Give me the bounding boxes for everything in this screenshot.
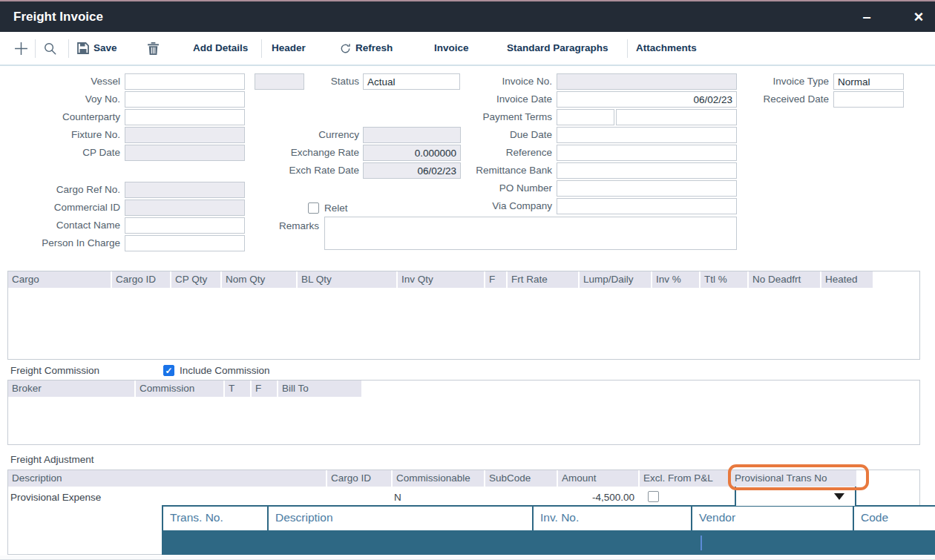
via-company-label: Via Company (466, 198, 552, 214)
voy-no-field[interactable] (125, 91, 245, 108)
search-icon[interactable] (43, 32, 57, 65)
toolbar: Save Add Details Header Refresh Invoice … (0, 32, 935, 66)
column-header: No Deadfrt (749, 271, 821, 288)
reference-field[interactable] (557, 145, 737, 161)
status-label: Status (245, 73, 359, 90)
remittance-bank-field[interactable] (557, 162, 737, 179)
new-icon[interactable] (14, 32, 28, 65)
column-header: F (485, 271, 508, 288)
currency-label: Currency (245, 127, 359, 143)
invoice-type-field[interactable] (833, 73, 904, 90)
column-header: Bill To (278, 381, 363, 397)
column-header: Lump/Daily (580, 271, 652, 288)
cargo-ref-no-label: Cargo Ref No. (0, 182, 120, 198)
relet-checkbox[interactable] (308, 202, 319, 214)
received-date-field[interactable] (833, 91, 904, 108)
refresh-icon[interactable] (340, 32, 351, 65)
due-date-field[interactable] (557, 127, 737, 143)
popup-column-header: Trans. No. (162, 505, 269, 532)
provisional-trans-no-dropdown[interactable] (735, 487, 856, 506)
freight-commission-label: Freight Commission (10, 364, 99, 378)
column-header: CP Qty (171, 271, 222, 288)
column-header: Description (8, 470, 327, 487)
popup-selected-row[interactable] (162, 531, 935, 555)
titlebar: Freight Invoice – × (0, 0, 935, 32)
toolbar-separator (627, 39, 628, 58)
exch-rate-date-label: Exch Rate Date (245, 162, 359, 179)
commercial-id-field[interactable] (125, 200, 245, 216)
cargo-ref-no-field[interactable] (125, 182, 245, 198)
freight-invoice-window: Freight Invoice – × Save Add Details Hea… (0, 0, 935, 560)
counterparty-field[interactable] (125, 109, 245, 125)
invoice-button[interactable]: Invoice (434, 32, 469, 65)
person-in-charge-field[interactable] (125, 235, 245, 251)
relet-label: Relet (324, 200, 348, 217)
bottom-strip (0, 556, 935, 560)
exchange-rate-label: Exchange Rate (245, 145, 359, 161)
contact-name-label: Contact Name (0, 217, 120, 234)
exch-rate-date-field[interactable] (363, 162, 461, 179)
column-header: Cargo (8, 271, 112, 288)
via-company-field[interactable] (557, 198, 737, 214)
po-number-field[interactable] (557, 180, 737, 197)
invoice-no-label: Invoice No. (466, 73, 552, 90)
adjustment-table-header: Description Cargo ID Commissionable SubC… (8, 470, 858, 487)
adjustment-row-description[interactable]: Provisional Expense (10, 490, 101, 506)
adjustment-row-amount[interactable]: -4,500.00 (557, 490, 634, 506)
refresh-button[interactable]: Refresh (355, 32, 393, 65)
cp-date-field[interactable] (125, 145, 245, 161)
column-header: Inv % (652, 271, 701, 288)
column-header: Commissionable (393, 470, 485, 487)
column-header: Excl. From P&L (640, 470, 731, 487)
close-button[interactable]: × (902, 1, 935, 32)
contact-name-field[interactable] (125, 217, 245, 234)
window-title: Freight Invoice (13, 1, 103, 32)
cargo-table: Cargo Cargo ID CP Qty Nom Qty BL Qty Inv… (7, 271, 920, 360)
column-header: Ttl % (701, 271, 749, 288)
header-button[interactable]: Header (272, 32, 306, 65)
save-icon[interactable] (77, 32, 89, 65)
voy-no-label: Voy No. (0, 91, 120, 108)
excl-from-pl-checkbox[interactable] (648, 491, 659, 502)
fixture-no-label: Fixture No. (0, 127, 120, 143)
person-in-charge-label: Person In Charge (0, 235, 120, 251)
commission-table-header: Broker Commission T F Bill To (8, 381, 363, 397)
popup-column-header: Vendor (691, 505, 854, 532)
minimize-button[interactable]: – (850, 1, 883, 32)
adjustment-row-commissionable[interactable]: N (394, 490, 401, 506)
column-header: Cargo ID (112, 271, 171, 288)
column-header: Amount (558, 470, 640, 487)
popup-column-header: Description (267, 505, 534, 532)
column-header: Commission (136, 381, 225, 397)
standard-paragraphs-button[interactable]: Standard Paragraphs (507, 32, 608, 65)
column-header: SubCode (485, 470, 558, 487)
payment-terms-code-field[interactable] (557, 109, 614, 125)
invoice-no-field[interactable] (557, 73, 737, 90)
invoice-date-label: Invoice Date (466, 91, 552, 108)
invoice-date-field[interactable] (557, 91, 737, 108)
include-commission-checkbox[interactable] (163, 365, 174, 376)
payment-terms-desc-field[interactable] (616, 109, 737, 125)
payment-terms-label: Payment Terms (466, 109, 552, 125)
delete-icon[interactable] (148, 32, 159, 65)
remarks-field[interactable] (324, 217, 737, 250)
attachments-button[interactable]: Attachments (636, 32, 697, 65)
freight-adjustment-label: Freight Adjustment (10, 453, 94, 467)
fixture-no-field[interactable] (125, 127, 245, 143)
column-header: Heated (821, 271, 874, 288)
po-number-label: PO Number (466, 180, 552, 197)
cp-date-label: CP Date (0, 145, 120, 161)
reference-label: Reference (466, 145, 552, 161)
invoice-type-label: Invoice Type (745, 73, 829, 90)
column-header: F (252, 381, 278, 397)
popup-column-header: Inv. No. (532, 505, 692, 532)
exchange-rate-field[interactable] (363, 145, 461, 161)
vessel-field[interactable] (125, 73, 245, 90)
save-button[interactable]: Save (94, 32, 117, 65)
add-details-button[interactable]: Add Details (193, 32, 248, 65)
column-header: T (225, 381, 252, 397)
currency-field[interactable] (363, 127, 461, 143)
column-header: Frt Rate (508, 271, 580, 288)
column-header: Broker (8, 381, 136, 397)
status-field[interactable] (363, 73, 460, 90)
